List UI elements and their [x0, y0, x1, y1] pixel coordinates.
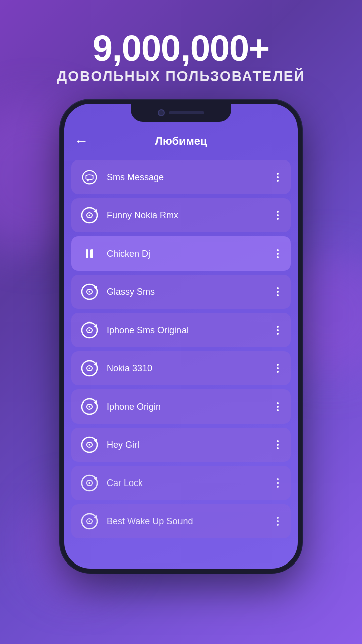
notch-speaker: [169, 111, 204, 114]
item-name: Funny Nokia Rmx: [107, 210, 265, 221]
list-item-playing[interactable]: Chicken Dj: [71, 236, 291, 271]
menu-dot: [277, 249, 279, 251]
screen-content: ← Любимец Sms Messag: [64, 104, 298, 569]
item-menu-button[interactable]: [273, 171, 283, 184]
menu-dot: [277, 520, 279, 522]
list-item[interactable]: Car Lock: [71, 466, 291, 500]
notch-camera: [158, 109, 165, 116]
menu-dot: [277, 294, 279, 296]
menu-dot: [277, 367, 279, 369]
menu-dot: [277, 287, 279, 289]
menu-dot: [277, 402, 279, 404]
item-menu-button[interactable]: [273, 515, 283, 528]
list-item[interactable]: Glassy Sms: [71, 275, 291, 309]
phone-mockup: ← Любимец Sms Messag: [60, 100, 302, 573]
item-icon-disc: [79, 511, 100, 531]
item-icon-disc: [79, 282, 100, 302]
menu-dot: [277, 440, 279, 442]
item-icon-disc: [79, 473, 100, 493]
item-icon-disc: [79, 205, 100, 225]
item-menu-button[interactable]: [273, 209, 283, 222]
menu-dot: [277, 329, 279, 331]
menu-dot: [277, 406, 279, 408]
item-icon-disc: [79, 320, 100, 340]
list-item[interactable]: Sms Message: [71, 160, 291, 194]
item-menu-button[interactable]: [273, 476, 283, 490]
svg-point-0: [83, 171, 97, 184]
svg-point-18: [89, 444, 90, 446]
menu-dot: [277, 218, 279, 220]
menu-dot: [277, 444, 279, 446]
pause-bar-left: [86, 249, 88, 258]
menu-dot: [277, 524, 279, 526]
svg-point-24: [89, 521, 90, 522]
menu-dot: [277, 486, 279, 488]
menu-dot: [277, 256, 279, 258]
menu-dot: [277, 333, 279, 335]
back-button[interactable]: ←: [74, 133, 88, 149]
menu-dot: [277, 326, 279, 328]
item-name: Chicken Dj: [107, 249, 265, 259]
menu-dot: [277, 253, 279, 255]
menu-dot: [277, 482, 279, 484]
pause-bar-right: [90, 249, 93, 258]
item-name: Nokia 3310: [107, 363, 265, 374]
item-icon-disc: [79, 358, 100, 378]
menu-dot: [277, 291, 279, 293]
menu-dot: [277, 447, 279, 449]
menu-dot: [277, 478, 279, 480]
user-count: 9,000,000+: [57, 30, 305, 66]
item-icon-sms: [79, 167, 100, 187]
hero-header: 9,000,000+ ДОВОЛЬНЫХ ПОЛЬЗОВАТЕЛЕЙ: [57, 30, 305, 85]
svg-point-9: [89, 330, 90, 331]
list-item[interactable]: Funny Nokia Rmx: [71, 198, 291, 232]
svg-point-12: [89, 368, 90, 369]
user-label: ДОВОЛЬНЫХ ПОЛЬЗОВАТЕЛЕЙ: [57, 68, 305, 85]
menu-dot: [277, 371, 279, 373]
item-icon-disc: [79, 435, 100, 455]
list-item[interactable]: Nokia 3310: [71, 351, 291, 385]
item-menu-button[interactable]: [273, 362, 283, 375]
svg-point-3: [89, 215, 90, 216]
item-icon-pause: [79, 244, 100, 264]
item-menu-button[interactable]: [273, 400, 283, 413]
item-menu-button[interactable]: [273, 438, 283, 451]
item-name: Iphone Sms Original: [107, 325, 265, 336]
phone-outer-frame: ← Любимец Sms Messag: [60, 100, 302, 573]
svg-point-15: [89, 406, 90, 408]
svg-point-21: [89, 482, 90, 484]
app-header: ← Любимец: [64, 127, 298, 156]
menu-dot: [277, 364, 279, 366]
menu-dot: [277, 211, 279, 213]
menu-dot: [277, 214, 279, 216]
item-menu-button[interactable]: [273, 247, 283, 260]
favorites-list: Sms Message: [64, 156, 298, 569]
app-title: Любимец: [155, 135, 207, 148]
item-name: Iphone Origin: [107, 401, 265, 412]
list-item[interactable]: Best Wake Up Sound: [71, 504, 291, 538]
list-item[interactable]: Hey Girl: [71, 428, 291, 462]
list-item[interactable]: Iphone Sms Original: [71, 313, 291, 347]
list-item[interactable]: Iphone Origin: [71, 389, 291, 424]
menu-dot: [277, 176, 279, 178]
item-menu-button[interactable]: [273, 324, 283, 337]
item-name: Best Wake Up Sound: [107, 516, 265, 527]
menu-dot: [277, 409, 279, 411]
item-name: Hey Girl: [107, 440, 265, 450]
phone-screen: ← Любимец Sms Messag: [64, 104, 298, 569]
menu-dot: [277, 517, 279, 519]
menu-dot: [277, 180, 279, 182]
item-icon-disc: [79, 396, 100, 417]
item-name: Sms Message: [107, 172, 265, 183]
svg-point-6: [89, 291, 90, 293]
item-menu-button[interactable]: [273, 285, 283, 298]
item-name: Car Lock: [107, 478, 265, 489]
menu-dot: [277, 173, 279, 175]
item-name: Glassy Sms: [107, 287, 265, 297]
phone-notch: [131, 104, 231, 122]
